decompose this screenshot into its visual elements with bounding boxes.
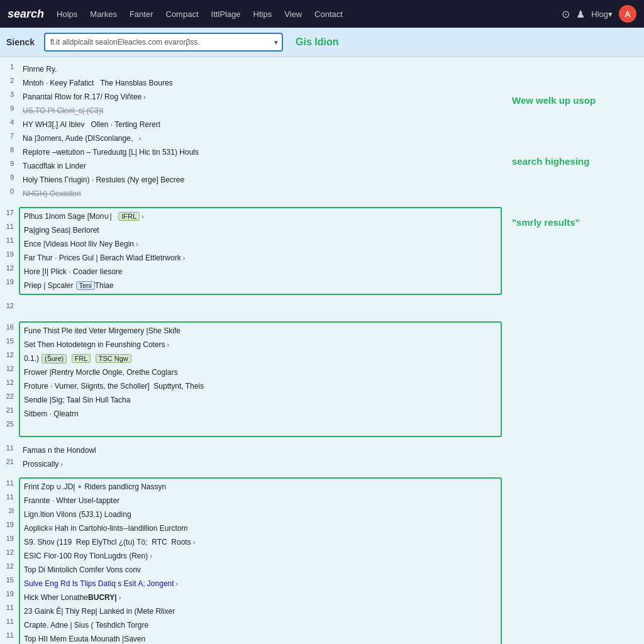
nav-markes[interactable]: Markes — [85, 6, 122, 23]
result-item[interactable]: Far Thur · Prices Gul | Berach Wiad Ettl… — [20, 251, 501, 265]
line-num: 11 — [3, 441, 16, 455]
search-input[interactable] — [44, 33, 283, 52]
line-num: 19 — [3, 518, 16, 531]
line-numbers-bt2: 11 21 — [0, 441, 19, 474]
result-item[interactable]: Top Di Mintolich Comfer Vons conv — [20, 563, 501, 577]
group1-section: 17 11 11 19 12 19 Plhus 1lnom Sage [Mon∪… — [0, 206, 506, 296]
nav-htips[interactable]: Htips — [248, 6, 277, 23]
line-num: 0 — [3, 184, 16, 198]
result-item[interactable]: Frower |Rentry Morclle Ongle, Orethe Cog… — [20, 365, 501, 379]
nav-fanter[interactable]: Fanter — [125, 6, 158, 23]
line-num: 3 — [3, 87, 16, 101]
result-item[interactable]: NHGH) Oexistleri — [19, 187, 506, 201]
result-item[interactable]: Sitbem · Qleatrn — [20, 407, 501, 421]
result-item[interactable]: Aoplick≡ Hah in Cartohio-lints--landilli… — [20, 521, 501, 535]
annotation-group2: search highesing — [512, 156, 638, 167]
result-item[interactable]: Reploте –wetution – Tureduutg [L| Hic ti… — [19, 145, 506, 159]
result-item[interactable]: US.TO Pt Clent_s| (C3)t — [19, 104, 506, 118]
result-item[interactable]: Frint Zop ∪.JD| ∘ Riders pandlicrg Nassy… — [20, 480, 501, 494]
result-item[interactable]: Mntoh · Keey Fafatict The Hansblas Boure… — [19, 76, 506, 90]
search-row: Sienck ▼ Gis Idion — [0, 28, 644, 57]
line-num: 11 — [3, 219, 16, 233]
line-num: 11 — [3, 476, 16, 490]
line-numbers-between: 12 — [0, 299, 19, 318]
group3-inner: 11 11 2l 19 19 12 12 15 19 11 11 11 Frin… — [0, 476, 506, 644]
line-num: 12 — [3, 545, 16, 559]
result-item[interactable]: Sendle |Sig; Taal Sin Hull Tacha — [20, 393, 501, 407]
result-item[interactable]: Hick Wher Lonathe BUCRY| › — [20, 591, 501, 604]
results-list-pre: Flnrne Ry. Mntoh · Keey Fafatict The Han… — [19, 60, 506, 203]
result-item[interactable]: Famas n the Hondowl — [19, 443, 506, 457]
line-num: 19 — [3, 587, 16, 601]
result-item[interactable]: ESIC Flor-100 Roy TlonLugdrs (Ren) › — [20, 549, 501, 563]
results-list-bt2: Famas n the Hondowl Prossically › — [19, 441, 506, 474]
person-icon[interactable]: ♟ — [576, 8, 585, 20]
between-results-2: 11 21 Famas n the Hondowl Prossically › — [0, 438, 506, 476]
result-item[interactable]: Top HII Mem Euuta Mounath |Saven — [20, 632, 501, 644]
nav-contact[interactable]: Contact — [309, 6, 348, 23]
result-item[interactable]: Prossically › — [19, 457, 506, 471]
result-item — [20, 421, 501, 435]
group3-box: Frint Zop ∪.JD| ∘ Riders pandlicrg Nassy… — [19, 477, 502, 644]
search-input-wrap: ▼ — [44, 33, 283, 52]
user-avatar[interactable]: A — [619, 5, 636, 23]
line-num: 15 — [3, 334, 16, 348]
result-item[interactable]: Priep | Spcaler Teni Thiae — [20, 279, 501, 292]
line-num: 2l — [3, 504, 16, 518]
result-item[interactable]: 23 Gaink Ĕ| Thiy Rep| Lanked in (Mete Rl… — [20, 604, 501, 618]
nav-ittlplage[interactable]: IttlPlage — [206, 6, 246, 23]
brand-logo[interactable]: search — [8, 8, 44, 21]
result-item[interactable]: Set Then Hotodetegn in Feunshing Coters … — [20, 338, 501, 352]
line-num: 4 — [3, 115, 16, 129]
result-item[interactable]: HY WH3[.] Al Iblev Ollen · Terting Rerer… — [19, 118, 506, 131]
result-item[interactable]: Na |3omers, Aude (DISconlange, › — [19, 131, 506, 145]
line-numbers-g2: 16 15 12 12 12 22 21 25 — [0, 320, 19, 438]
result-item[interactable]: Pa|ging Seas| Berloret — [20, 223, 501, 237]
gis-label: Gis Idion — [296, 36, 338, 48]
result-item[interactable]: S9. Shov (119 Rep ElyThcl ¿(tu) Tö; RTC … — [20, 535, 501, 549]
dropdown-arrow-icon[interactable]: ▼ — [273, 39, 279, 46]
line-num: 11 — [3, 614, 16, 628]
line-num: 11 — [3, 601, 16, 614]
line-num: 12 — [3, 362, 16, 375]
line-num: 11 — [3, 490, 16, 504]
result-item[interactable]: Crapte. Adne | Sius ( Teshdich Torgre — [20, 618, 501, 632]
line-num: 21 — [3, 403, 16, 417]
line-num: 19 — [3, 531, 16, 545]
group3-section: 11 11 2l 19 19 12 12 15 19 11 11 11 Frin… — [0, 476, 506, 644]
result-item[interactable]: Tuacdflak in Linder — [19, 159, 506, 173]
right-annotations: Wew welk up usop search highesing "smrly… — [506, 57, 644, 644]
line-num: 12 — [3, 559, 16, 573]
line-num: 11 — [3, 233, 16, 247]
result-item[interactable]: Frannte · Whter Usel-tappter — [20, 494, 501, 508]
hlog-button[interactable]: Hlog▾ — [591, 9, 613, 19]
nav-view[interactable]: View — [279, 6, 307, 23]
result-item[interactable]: Flnrne Ry. — [19, 62, 506, 76]
line-num: 11 — [3, 628, 16, 642]
result-item[interactable]: Hore [I| Plick · Coader Iiesore — [20, 265, 501, 279]
line-num: 25 — [3, 417, 16, 431]
results-list-between — [19, 299, 506, 318]
line-num: 9 — [3, 157, 16, 170]
main-content: 1 2 3 9 4 7 8 9 9 0 Flnrne Ry. Mntoh · K… — [0, 57, 644, 644]
line-num: 21 — [3, 455, 16, 469]
line-numbers-g3: 11 11 2l 19 19 12 12 15 19 11 11 11 — [0, 476, 19, 644]
settings-icon[interactable]: ⊙ — [562, 8, 570, 20]
group2-inner: 16 15 12 12 12 22 21 25 Fune Thist Ple i… — [0, 320, 506, 438]
line-num: 15 — [3, 573, 16, 587]
result-item[interactable]: Plhus 1lnom Sage [Mon∪| IFRL › — [20, 209, 501, 223]
nav-compact[interactable]: Compact — [161, 6, 204, 23]
result-item[interactable]: 0.1.) (S̈ure) FRL TSC Ngw — [20, 352, 501, 365]
result-item[interactable]: Fune Thist Ple ited Veter Mirgemery |She… — [20, 324, 501, 338]
pre-group1-results: 1 2 3 9 4 7 8 9 9 0 Flnrne Ry. Mntoh · K… — [0, 57, 506, 206]
annotation-group3: "smrly results" — [512, 217, 638, 228]
line-num: 2 — [3, 74, 16, 87]
result-item[interactable]: Holy Thiens Γriugin) · Restules (Ny erge… — [19, 173, 506, 187]
result-item[interactable]: Sulve Eng Rd Is Tlips Datiq s Esit A; Jo… — [20, 577, 501, 591]
result-item[interactable]: Lign.ltion Vilons (5J3,1) Loading — [20, 508, 501, 521]
result-item[interactable]: Panantal Rlow for R.17/ Rog Viñtee › — [19, 90, 506, 104]
result-item[interactable]: Froture · Vurner, Siignts, the Scholler]… — [20, 379, 501, 393]
result-item[interactable]: Ence |Videas Hoot lliv Ney Begin › — [20, 237, 501, 251]
group2-box: Fune Thist Ple ited Veter Mirgemery |She… — [19, 321, 502, 437]
nav-holps[interactable]: Holps — [52, 6, 82, 23]
